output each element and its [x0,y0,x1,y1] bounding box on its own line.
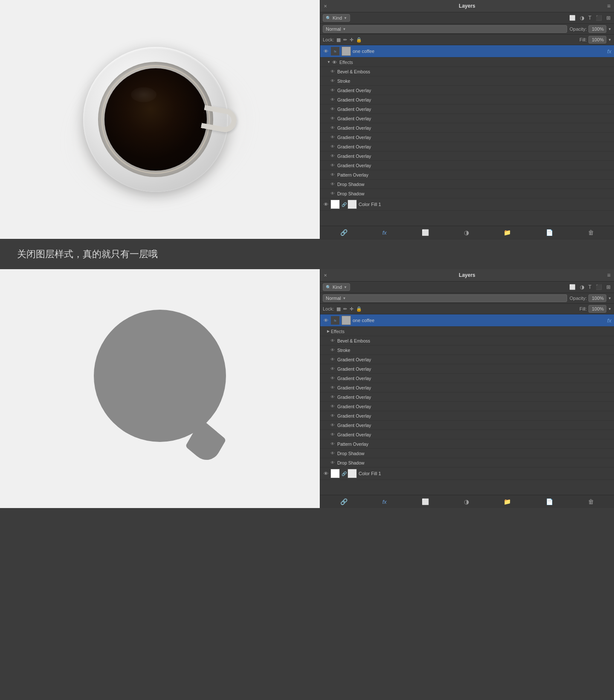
eye-btn-coffee-bottom[interactable]: 👁 [323,317,329,323]
fill-value-top[interactable]: 100% [588,36,606,44]
adjust-btn-top[interactable]: ◑ [462,228,471,237]
panel-close-btn-bottom[interactable]: ✕ [324,273,327,278]
lock-checkerboard-icon-b[interactable]: ▦ [336,306,341,312]
opacity-value-top[interactable]: 100% [588,25,606,33]
effect-gradient5-top[interactable]: 👁 Gradient Overlay [320,123,614,133]
layer-row-one-coffee-bottom[interactable]: 👁 fx one coffee fx [320,314,614,327]
lock-all-icon-b[interactable]: 🔒 [356,306,362,312]
effect-gradient9-top[interactable]: 👁 Gradient Overlay [320,161,614,170]
effect-gradient2-bottom[interactable]: 👁 Gradient Overlay [320,364,614,374]
effect-gradient7-top[interactable]: 👁 Gradient Overlay [320,142,614,151]
eye-gradient5-bottom[interactable]: 👁 [330,395,336,400]
effect-pattern-bottom[interactable]: 👁 Pattern Overlay [320,439,614,449]
panel-menu-btn-bottom[interactable]: ≡ [607,272,611,279]
eye-gradient6-top[interactable]: 👁 [330,135,336,140]
lock-brush-icon-b[interactable]: ✏ [343,306,347,312]
eye-gradient5-top[interactable]: 👁 [330,125,336,131]
new-layer-btn-bottom[interactable]: 📄 [544,497,555,506]
eye-dropshadow2-bottom[interactable]: 👁 [330,460,336,465]
effect-gradient5-bottom[interactable]: 👁 Gradient Overlay [320,392,614,402]
filter-type-icon[interactable]: T [588,14,592,22]
eye-gradient4-bottom[interactable]: 👁 [330,385,336,390]
mask-btn-bottom[interactable]: ⬜ [420,497,431,506]
effect-dropshadow1-bottom[interactable]: 👁 Drop Shadow [320,449,614,458]
lock-move-icon[interactable]: ✛ [350,37,353,43]
eye-gradient2-top[interactable]: 👁 [330,97,336,102]
new-layer-btn-top[interactable]: 📄 [544,228,555,237]
effect-gradient9-bottom[interactable]: 👁 Gradient Overlay [320,430,614,439]
link-btn-bottom[interactable]: 🔗 [339,497,349,506]
collapse-arrow-top[interactable]: ▼ [327,60,330,64]
eye-btn-fill-bottom[interactable]: 👁 [323,471,329,476]
eye-gradient4-top[interactable]: 👁 [330,116,336,121]
effect-bevel-top[interactable]: 👁 Bevel & Emboss [320,67,614,76]
eye-gradient6-bottom[interactable]: 👁 [330,404,336,409]
effect-dropshadow2-bottom[interactable]: 👁 Drop Shadow [320,458,614,468]
kind-dropdown-top[interactable]: 🔍 Kind ▼ [323,14,350,22]
layer-row-color-fill-top[interactable]: 👁 🔗 Color Fill 1 [320,198,614,211]
effect-dropshadow1-top[interactable]: 👁 Drop Shadow [320,180,614,189]
eye-bevel-top[interactable]: 👁 [330,69,336,74]
effect-gradient2-top[interactable]: 👁 Gradient Overlay [320,95,614,105]
eye-gradient7-bottom[interactable]: 👁 [330,413,336,418]
filter-shape-icon[interactable]: ⬛ [595,14,603,22]
panel-close-btn-top[interactable]: ✕ [324,4,327,9]
effect-gradient7-bottom[interactable]: 👁 Gradient Overlay [320,411,614,421]
eye-btn-fill-top[interactable]: 👁 [323,201,329,207]
eye-btn-coffee-top[interactable]: 👁 [323,48,329,54]
filter-adjust-icon-b[interactable]: ◑ [579,283,585,291]
panel-menu-btn-top[interactable]: ≡ [607,3,611,9]
eye-gradient8-top[interactable]: 👁 [330,154,336,159]
eye-stroke-top[interactable]: 👁 [330,78,336,84]
effect-gradient3-top[interactable]: 👁 Gradient Overlay [320,105,614,114]
eye-gradient9-top[interactable]: 👁 [330,163,336,168]
eye-stroke-bottom[interactable]: 👁 [330,348,336,353]
blend-dropdown-bottom[interactable]: Normal ▼ [323,294,567,302]
eye-dropshadow2-top[interactable]: 👁 [330,191,336,196]
fx-btn-top[interactable]: fx [381,229,388,237]
eye-gradient3-top[interactable]: 👁 [330,107,336,112]
effect-stroke-top[interactable]: 👁 Stroke [320,76,614,86]
eye-gradient2-bottom[interactable]: 👁 [330,366,336,372]
effect-stroke-bottom[interactable]: 👁 Stroke [320,346,614,355]
eye-dropshadow1-top[interactable]: 👁 [330,182,336,187]
filter-smart-icon[interactable]: ⊞ [605,14,611,22]
delete-layer-btn-top[interactable]: 🗑 [586,228,596,237]
eye-dropshadow1-bottom[interactable]: 👁 [330,451,336,456]
filter-pixel-icon-b[interactable]: ⬜ [568,283,576,291]
eye-gradient8-bottom[interactable]: 👁 [330,423,336,428]
effect-gradient8-top[interactable]: 👁 Gradient Overlay [320,151,614,161]
fx-btn-bottom[interactable]: fx [381,498,388,506]
adjust-btn-bottom[interactable]: ◑ [462,497,471,506]
effect-gradient1-top[interactable]: 👁 Gradient Overlay [320,86,614,95]
eye-gradient1-bottom[interactable]: 👁 [330,357,336,362]
link-btn-top[interactable]: 🔗 [339,228,349,237]
effect-gradient4-top[interactable]: 👁 Gradient Overlay [320,114,614,123]
effect-gradient1-bottom[interactable]: 👁 Gradient Overlay [320,355,614,364]
delete-layer-btn-bottom[interactable]: 🗑 [586,497,596,506]
layer-row-color-fill-bottom[interactable]: 👁 🔗 Color Fill 1 [320,468,614,480]
effect-dropshadow2-top[interactable]: 👁 Drop Shadow [320,189,614,198]
lock-all-icon[interactable]: 🔒 [356,37,362,43]
kind-dropdown-bottom[interactable]: 🔍 Kind ▼ [323,283,350,291]
eye-pattern-bottom[interactable]: 👁 [330,441,336,447]
effect-pattern-top[interactable]: 👁 Pattern Overlay [320,170,614,180]
group-btn-bottom[interactable]: 📁 [502,497,513,506]
effect-gradient4-bottom[interactable]: 👁 Gradient Overlay [320,383,614,392]
collapse-arrow-bottom[interactable]: ▶ [327,329,330,333]
opacity-value-bottom[interactable]: 100% [588,294,606,302]
eye-gradient3-bottom[interactable]: 👁 [330,376,336,381]
group-btn-top[interactable]: 📁 [502,228,513,237]
mask-btn-top[interactable]: ⬜ [420,228,431,237]
eye-gradient7-top[interactable]: 👁 [330,144,336,149]
filter-pixel-icon[interactable]: ⬜ [568,14,576,22]
lock-brush-icon[interactable]: ✏ [343,37,347,43]
layer-row-one-coffee-top[interactable]: 👁 fx one coffee fx [320,45,614,58]
effect-gradient6-top[interactable]: 👁 Gradient Overlay [320,133,614,142]
filter-shape-icon-b[interactable]: ⬛ [595,283,603,291]
effect-gradient8-bottom[interactable]: 👁 Gradient Overlay [320,421,614,430]
effect-bevel-bottom[interactable]: 👁 Bevel & Emboss [320,336,614,346]
fill-value-bottom[interactable]: 100% [588,305,606,313]
lock-checkerboard-icon[interactable]: ▦ [336,37,341,43]
blend-dropdown-top[interactable]: Normal ▼ [323,25,567,33]
